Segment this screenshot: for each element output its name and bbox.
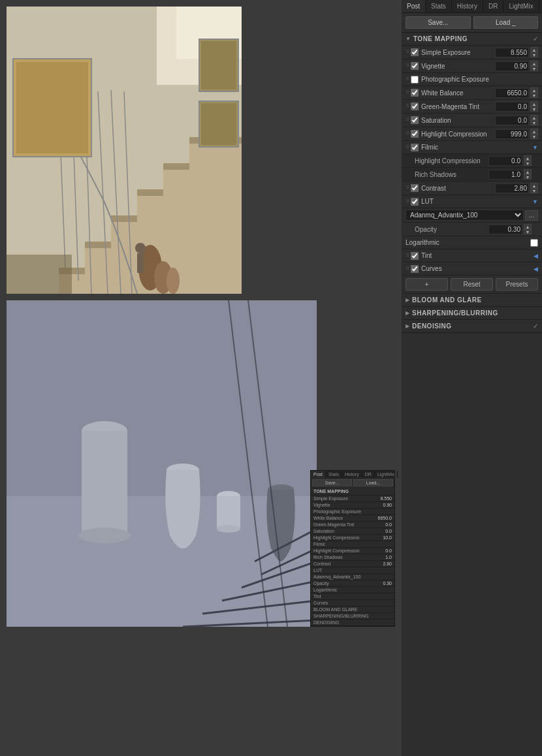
value-hl-compression[interactable] xyxy=(495,129,529,139)
spin-up-gm-tint[interactable]: ▲ xyxy=(530,101,538,106)
drag-handle-simple-exposure: ⠿ xyxy=(406,49,409,55)
sharpening-section[interactable]: ▶ SHARPENING/BLURRING xyxy=(402,307,542,320)
curves-collapse-arrow[interactable]: ◀ xyxy=(534,266,538,272)
mini-tab-history[interactable]: History xyxy=(342,471,362,478)
checkbox-white-balance[interactable] xyxy=(411,89,419,97)
spin-up-simple-exposure[interactable]: ▲ xyxy=(530,47,538,52)
param-photo-exposure: ⠿ Photographic Exposure xyxy=(402,73,542,86)
value-saturation[interactable] xyxy=(495,116,529,125)
value-gm-tint[interactable] xyxy=(495,102,529,112)
mini-row-5: Saturation0.0 xyxy=(311,528,394,535)
sub-value-hl-compression[interactable] xyxy=(488,156,522,166)
spin-up-contrast[interactable]: ▲ xyxy=(530,183,538,188)
checkbox-saturation[interactable] xyxy=(411,116,419,124)
sub-spin-down-rich-shadows[interactable]: ▼ xyxy=(524,174,532,180)
sub-value-rich-shadows[interactable] xyxy=(488,170,522,180)
mini-row-18: SHARPENING/BLURRING xyxy=(311,613,394,620)
mini-tab-stats[interactable]: Stats xyxy=(326,471,342,478)
mini-save-btn[interactable]: Save... xyxy=(312,479,352,486)
value-simple-exposure[interactable] xyxy=(495,48,529,57)
filmic-sub-section: Highlight Compression ▲ ▼ Rich Shadows ▲… xyxy=(402,154,542,181)
filmic-collapse-arrow[interactable]: ▼ xyxy=(532,144,538,151)
tabs-bar: Post Stats History DR LightMix xyxy=(402,0,542,13)
checkbox-tint[interactable] xyxy=(411,252,419,260)
checkbox-photo-exposure[interactable] xyxy=(411,76,419,84)
spinners-vignette: ▲ ▼ xyxy=(530,61,538,71)
checkbox-simple-exposure[interactable] xyxy=(411,48,419,56)
add-button[interactable]: + xyxy=(406,278,448,291)
tab-dr[interactable]: DR xyxy=(483,0,503,12)
checkbox-contrast[interactable] xyxy=(411,184,419,192)
tab-history[interactable]: History xyxy=(452,0,483,12)
sharpening-arrow: ▶ xyxy=(406,310,409,316)
spin-down-vignette[interactable]: ▼ xyxy=(530,66,538,71)
param-saturation: ⠿ Saturation ▲ ▼ xyxy=(402,114,542,127)
tone-mapping-title: TONE MAPPING xyxy=(413,35,533,42)
lut-collapse-arrow[interactable]: ▼ xyxy=(532,198,538,205)
spin-down-opacity[interactable]: ▼ xyxy=(524,229,532,234)
sub-spin-up-rich-shadows[interactable]: ▲ xyxy=(524,169,532,174)
load-button[interactable]: Load _ xyxy=(473,16,539,29)
checkbox-lut[interactable] xyxy=(411,198,419,206)
mini-tab-post[interactable]: Post xyxy=(311,471,326,478)
value-white-balance[interactable] xyxy=(495,88,529,98)
denoising-section[interactable]: ▶ DENOISING ✓ xyxy=(402,320,542,333)
spin-down-white-balance[interactable]: ▼ xyxy=(530,93,538,98)
param-filmic: ⠿ Filmic ▼ xyxy=(402,141,542,154)
left-panel: Post Stats History DR LightMix Save... L… xyxy=(0,0,402,756)
svg-marker-8 xyxy=(85,242,111,248)
spin-up-hl-compression[interactable]: ▲ xyxy=(530,129,538,134)
denoising-check: ✓ xyxy=(533,323,538,330)
bottom-buttons: + Reset Presets xyxy=(402,276,542,294)
value-contrast[interactable] xyxy=(495,183,529,193)
checkbox-gm-tint[interactable] xyxy=(411,102,419,110)
drag-handle-hl-compression: ⠿ xyxy=(406,131,409,137)
label-tint: Tint xyxy=(421,252,531,259)
spin-up-saturation[interactable]: ▲ xyxy=(530,115,538,120)
value-vignette[interactable] xyxy=(495,61,529,71)
sub-spin-up-hl-compression[interactable]: ▲ xyxy=(524,155,532,161)
mini-tab-dr[interactable]: DR xyxy=(362,471,375,478)
spin-up-white-balance[interactable]: ▲ xyxy=(530,87,538,93)
param-vignette: ⠿ Vignette ▲ ▼ xyxy=(402,59,542,73)
bloom-glare-section[interactable]: ▶ BLOOM AND GLARE xyxy=(402,294,542,307)
sub-param-hl-compression: Highlight Compression ▲ ▼ xyxy=(402,154,542,168)
save-button[interactable]: Save... xyxy=(406,16,471,29)
tab-stats[interactable]: Stats xyxy=(426,0,452,12)
presets-button[interactable]: Presets xyxy=(496,278,538,291)
tab-lightmix[interactable]: LightMix xyxy=(503,0,539,12)
value-opacity[interactable] xyxy=(488,225,522,234)
tone-mapping-check: ✓ xyxy=(533,35,538,42)
reset-button[interactable]: Reset xyxy=(451,278,493,291)
checkbox-curves[interactable] xyxy=(411,265,419,273)
sharpening-title: SHARPENING/BLURRING xyxy=(412,309,538,317)
drag-handle-filmic: ⠿ xyxy=(406,144,409,151)
lut-select[interactable]: Adanmq_Advantix_100 xyxy=(406,210,524,221)
param-white-balance: ⠿ White Balance ▲ ▼ xyxy=(402,86,542,100)
checkbox-vignette[interactable] xyxy=(411,62,419,70)
svg-point-25 xyxy=(135,243,146,253)
checkbox-logarithmic[interactable] xyxy=(530,239,538,247)
spin-down-gm-tint[interactable]: ▼ xyxy=(530,106,538,112)
checkbox-hl-compression[interactable] xyxy=(411,130,419,138)
label-contrast: Contrast xyxy=(421,185,495,192)
mini-load-btn[interactable]: Load... xyxy=(353,479,393,486)
tone-mapping-header[interactable]: ▼ TONE MAPPING ✓ xyxy=(402,33,542,46)
checkbox-filmic[interactable] xyxy=(411,144,419,151)
mini-row-7: Filmic xyxy=(311,541,394,548)
lut-more-button[interactable]: ... xyxy=(525,210,538,221)
spin-up-vignette[interactable]: ▲ xyxy=(530,61,538,66)
mini-row-2: Photographic Exposure xyxy=(311,509,394,515)
sub-spin-down-hl-compression[interactable]: ▼ xyxy=(524,161,532,166)
tint-collapse-arrow[interactable]: ◀ xyxy=(534,253,538,259)
spin-up-opacity[interactable]: ▲ xyxy=(524,224,532,229)
spin-down-saturation[interactable]: ▼ xyxy=(530,120,538,125)
mini-tab-lightmix[interactable]: LightMix xyxy=(375,471,398,478)
bloom-glare-arrow: ▶ xyxy=(406,297,409,303)
mini-row-11: LUT xyxy=(311,567,394,574)
spin-down-contrast[interactable]: ▼ xyxy=(530,188,538,193)
opacity-row: Opacity ▲ ▼ xyxy=(402,223,542,236)
spin-down-hl-compression[interactable]: ▼ xyxy=(530,134,538,139)
tab-post[interactable]: Post xyxy=(402,0,426,12)
spin-down-simple-exposure[interactable]: ▼ xyxy=(530,52,538,57)
